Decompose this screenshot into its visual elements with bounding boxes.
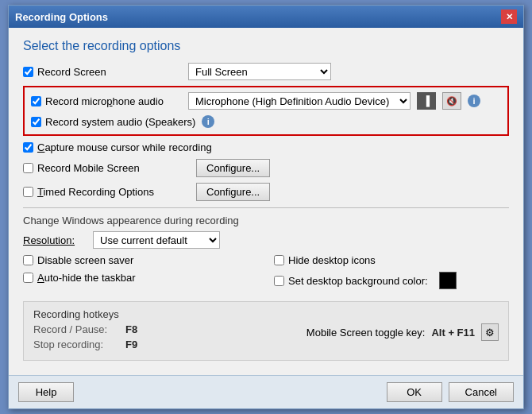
windows-appearance-section: Change Windows appearence during recordi… xyxy=(23,215,509,295)
stop-recording-hotkey-row: Stop recording: F9 xyxy=(33,339,137,350)
record-mic-row: Record microphone audio Microphone (High… xyxy=(31,92,501,110)
speaker-glyph: ▐ xyxy=(423,95,430,106)
record-mic-label[interactable]: Record microphone audio xyxy=(31,95,182,107)
cancel-button[interactable]: Cancel xyxy=(449,382,514,402)
volume-icon: 🔇 xyxy=(446,96,457,106)
capture-mouse-row: Capture mouse cursor while recording xyxy=(23,141,509,153)
record-mobile-checkbox[interactable] xyxy=(23,163,33,173)
disable-screensaver-checkbox[interactable] xyxy=(23,255,33,265)
hide-desktop-icons-text: Hide desktop icons xyxy=(288,254,376,266)
timed-recording-label[interactable]: Timed Recording Options xyxy=(23,186,190,198)
stop-recording-key: F9 xyxy=(125,339,137,350)
record-mobile-label[interactable]: Record Mobile Screen xyxy=(23,162,190,174)
hotkeys-section: Recording hotkeys Record / Pause: F8 Sto… xyxy=(23,301,509,361)
appearance-options: Disable screen saver Auto-hide the taskb… xyxy=(23,254,509,295)
autohide-taskbar-checkbox[interactable] xyxy=(23,273,33,283)
set-desktop-bg-text: Set desktop background color: xyxy=(288,275,428,287)
hide-desktop-icons-row: Hide desktop icons xyxy=(274,254,509,266)
record-system-audio-text: Record system audio (Speakers) xyxy=(45,116,195,128)
hide-desktop-icons-label[interactable]: Hide desktop icons xyxy=(274,254,433,266)
configure-timed-button[interactable]: Configure... xyxy=(196,183,270,201)
timed-recording-row: Timed Recording Options Configure... xyxy=(23,183,509,201)
timed-recording-text: Timed Recording Options xyxy=(37,186,154,198)
set-desktop-bg-checkbox[interactable] xyxy=(274,276,284,286)
title-bar: Recording Options ✕ xyxy=(9,6,523,28)
set-desktop-bg-row: Set desktop background color: xyxy=(274,272,509,289)
record-screen-checkbox[interactable] xyxy=(23,67,33,77)
disable-screensaver-label[interactable]: Disable screen saver xyxy=(23,254,182,266)
dialog-body: Select the recording options Record Scre… xyxy=(9,28,523,369)
speaker-icon: ▐ xyxy=(417,92,436,110)
mic-device-select[interactable]: Microphone (High Definition Audio Device… xyxy=(188,92,411,110)
record-system-audio-label[interactable]: Record system audio (Speakers) xyxy=(31,116,195,128)
autohide-taskbar-row: Auto-hide the taskbar xyxy=(23,272,258,284)
record-pause-key: F8 xyxy=(125,323,137,335)
record-mic-checkbox[interactable] xyxy=(31,96,41,106)
capture-mouse-text: Capture mouse cursor while recording xyxy=(37,141,212,153)
capture-mouse-checkbox[interactable] xyxy=(23,142,33,153)
record-mobile-text: Record Mobile Screen xyxy=(37,162,140,174)
dialog-title: Recording Options xyxy=(15,11,108,23)
record-pause-label: Record / Pause: xyxy=(33,323,121,335)
mute-button[interactable]: 🔇 xyxy=(442,92,461,110)
resolution-label: Resolution: xyxy=(23,234,87,246)
mobile-toggle-label: Mobile Screen toggle key: xyxy=(306,327,426,339)
autohide-taskbar-label[interactable]: Auto-hide the taskbar xyxy=(23,272,182,284)
record-screen-label[interactable]: Record Screen xyxy=(23,66,182,78)
hotkeys-settings-button[interactable]: ⚙ xyxy=(481,323,499,341)
record-screen-text: Record Screen xyxy=(37,66,106,78)
disable-screensaver-row: Disable screen saver xyxy=(23,254,258,266)
recording-options-dialog: Recording Options ✕ Select the recording… xyxy=(8,5,524,409)
configure-mobile-button[interactable]: Configure... xyxy=(196,159,270,177)
disable-screensaver-text: Disable screen saver xyxy=(37,254,133,266)
stop-recording-label: Stop recording: xyxy=(33,339,121,350)
screen-mode-select[interactable]: Full Screen Custom Region Fixed Region xyxy=(188,63,331,80)
bottom-bar: Help OK Cancel xyxy=(9,375,523,408)
color-swatch[interactable] xyxy=(439,272,457,289)
set-desktop-bg-label[interactable]: Set desktop background color: xyxy=(274,275,433,287)
ok-button[interactable]: OK xyxy=(387,382,442,402)
mic-info-icon[interactable]: i xyxy=(468,95,480,107)
hide-desktop-icons-checkbox[interactable] xyxy=(274,255,284,265)
record-pause-hotkey-row: Record / Pause: F8 xyxy=(33,323,137,335)
hotkeys-right: Mobile Screen toggle key: Alt + F11 ⚙ xyxy=(306,323,499,341)
mobile-toggle-key: Alt + F11 xyxy=(431,327,475,339)
hotkeys-left: Record / Pause: F8 Stop recording: F9 xyxy=(33,323,137,354)
right-appearance-col: Hide desktop icons Set desktop backgroun… xyxy=(274,254,509,295)
page-title: Select the recording options xyxy=(23,39,509,53)
audio-options-box: Record microphone audio Microphone (High… xyxy=(23,86,509,136)
capture-mouse-label[interactable]: Capture mouse cursor while recording xyxy=(23,141,212,153)
system-audio-info-icon[interactable]: i xyxy=(202,115,214,128)
hotkeys-title: Recording hotkeys xyxy=(33,308,119,320)
record-mic-text: Record microphone audio xyxy=(45,95,164,107)
record-screen-row: Record Screen Full Screen Custom Region … xyxy=(23,63,509,80)
help-button[interactable]: Help xyxy=(18,382,74,402)
resolution-row: Resolution: Use current default 1920x108… xyxy=(23,231,509,249)
record-mobile-row: Record Mobile Screen Configure... xyxy=(23,159,509,177)
autohide-taskbar-text: Auto-hide the taskbar xyxy=(37,272,136,284)
left-appearance-col: Disable screen saver Auto-hide the taskb… xyxy=(23,254,258,295)
timed-recording-checkbox[interactable] xyxy=(23,187,33,197)
close-button[interactable]: ✕ xyxy=(501,10,517,24)
record-system-audio-row: Record system audio (Speakers) i xyxy=(31,115,501,128)
ok-cancel-group: OK Cancel xyxy=(387,382,514,402)
windows-appearance-title: Change Windows appearence during recordi… xyxy=(23,215,509,226)
resolution-select[interactable]: Use current default 1920x1080 1280x720 1… xyxy=(93,231,220,249)
record-system-audio-checkbox[interactable] xyxy=(31,117,41,127)
